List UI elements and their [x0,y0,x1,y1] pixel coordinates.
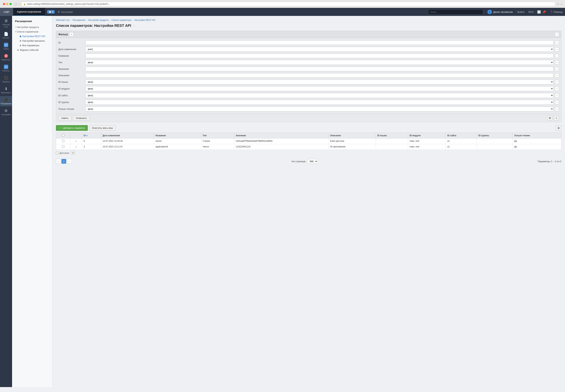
table-settings-button[interactable]: ⚙ [556,125,561,131]
filter-select-readonly[interactable]: (все) Да Нет [85,107,553,112]
filter-select-module[interactable]: (все) main rest [85,86,553,91]
tree-item-event-log[interactable]: Журнал событий [12,48,52,52]
filter-row-name: Название − [56,53,561,59]
filter-remove-id-button[interactable]: − [555,41,559,45]
breadcrumb-rest-api[interactable]: Настройки REST API [134,19,155,21]
language-selector[interactable]: RU ▾ [527,8,535,16]
layout-icon[interactable]: ⬜ [537,10,541,14]
filter-remove-site-button[interactable]: − [555,94,559,98]
breadcrumb-extensions[interactable]: Расширения [73,19,85,21]
new-tab-icon[interactable]: + [557,2,559,5]
tree-item-shop-settings[interactable]: Настройки магазина [12,39,52,43]
nav-forward-icon[interactable]: › [19,2,20,6]
col-header-id[interactable]: ID ▾ [82,133,101,139]
url-bar[interactable]: 🔒 native.settings:8890/bitrix/admin/nati… [21,2,555,6]
filter-remove-module-button[interactable]: − [555,87,559,91]
sidebar-item-extensions[interactable]: ⬛ Расширения [0,96,12,106]
tree-panel-title: Расширения [12,18,52,25]
breadcrumb-param-list[interactable]: Список параметров [111,19,132,21]
next-page-button[interactable]: › [67,159,72,164]
filter-input-value[interactable] [85,67,553,71]
for-all-checkbox[interactable] [56,152,58,154]
filter-remove-readonly-button[interactable]: − [555,107,559,111]
filter-input-description[interactable] [85,73,553,78]
filter-input-id[interactable] [85,40,553,45]
sidebar-item-settings[interactable]: ⚙ Настройки [0,107,12,117]
col-header-lang[interactable]: ID языка [376,133,408,139]
col-header-value[interactable]: Значение [234,133,328,139]
col-header-date[interactable]: Дата изменения [101,133,154,139]
admin-tab[interactable]: Администрирование [13,8,45,16]
favorite-star-icon[interactable]: ☆ [133,24,135,28]
col-header-site[interactable]: ID сайта [446,133,477,139]
breadcrumb-product-settings[interactable]: Настройки продукта [88,19,109,21]
sidebar-item-desktop[interactable]: 🖥 Рабочий стол [0,17,12,29]
filter-select-lang[interactable]: (все) ru en [85,80,553,84]
select-all-checkbox[interactable] [62,134,64,137]
filter-remove-date-button[interactable]: − [555,47,559,51]
sidebar-item-marketing[interactable]: 🎯 Маркетинг [0,52,12,62]
col-header-description[interactable]: Описание [328,133,376,139]
settings-nav-item[interactable]: ⚙ Настройки [58,10,73,13]
browser-chrome: ⬜ › 🔒 native.settings:8890/bitrix/admin/… [0,0,565,8]
filter-add-row-button[interactable]: + [554,115,559,121]
filter-select-type[interactable]: (все) Строка Число Список [85,60,553,65]
pagination-bar: ‹ 1 › На странице: 500 100 50 20 Парамет… [56,158,561,165]
home-icon[interactable]: ⌂ [561,2,562,5]
close-dot[interactable] [3,3,5,5]
sidebar-item-sites[interactable]: 24 Сайты [0,41,12,52]
cancel-button[interactable]: Отменить [73,116,90,121]
filter-label-value: Значение [58,68,84,70]
logout-button[interactable]: Выйти [515,8,527,16]
pin-icon[interactable]: 📌 [542,10,546,14]
notifications-badge[interactable]: 📋 2 [47,10,55,14]
find-button[interactable]: Найти [58,116,71,121]
minimize-dot[interactable] [6,3,8,5]
add-param-button[interactable]: + + Добавить параметр [56,125,88,131]
row-checkbox-1[interactable] [62,145,64,148]
filter-settings-button[interactable]: ⚙ [547,115,552,121]
sidebar-item-content[interactable]: 📄 Контент [0,30,12,41]
tree-item-all-params[interactable]: Все параметры [12,43,52,48]
filter-add-button[interactable]: + [69,32,73,36]
per-page-select[interactable]: 500 100 50 20 [308,159,318,164]
breadcrumb-sep-3: › [110,19,110,21]
sidebar-item-marketplace[interactable]: ⬇ Marketplace [0,85,12,95]
site-tab[interactable]: Сайт [0,8,13,16]
col-header-group[interactable]: ID группы [477,133,513,139]
filter-select-date[interactable]: (нет) сегодня вчера неделя месяц [85,47,553,52]
filter-remove-value-button[interactable]: − [555,67,559,71]
close-selection-button[interactable]: ✕ [71,151,75,155]
nav-back-icon[interactable]: ⬜ [14,2,17,6]
sidebar-item-services[interactable]: ⬛ Сервисы [0,74,12,84]
filter-remove-lang-button[interactable]: − [555,80,559,84]
tree-item-rest-api[interactable]: Настройки REST API [12,34,52,39]
filter-remove-type-button[interactable]: − [555,60,559,65]
col-header-type[interactable]: Тип [201,133,234,139]
maximize-dot[interactable] [10,3,12,5]
filter-remove-name-button[interactable]: − [555,54,559,58]
clear-cache-button[interactable]: Очистить весь кеш [89,125,116,131]
prev-page-button[interactable]: ‹ [56,159,61,164]
row-menu-icon[interactable]: ≡ [75,145,77,148]
filter-remove-group-button[interactable]: − [555,100,559,104]
filter-collapse-button[interactable]: − [555,32,559,36]
col-header-module[interactable]: ID модуля [408,133,446,139]
filter-select-group[interactable]: (все) 1 2 [85,100,553,105]
filter-header: Фильтр + − [56,31,561,38]
row-checkbox-0[interactable] [62,140,64,142]
help-button[interactable]: ❓ Помощь [548,8,565,16]
sidebar-item-clients[interactable]: 24 Клиенты [0,63,12,73]
filter-select-site[interactable]: (все) s1 s2 [85,93,553,98]
col-header-readonly[interactable]: Только чтение [513,133,561,139]
search-input[interactable] [428,10,483,14]
breadcrumb-desktop[interactable]: Рабочий стол [56,19,70,21]
tree-item-param-list[interactable]: ▾ Список параметров [12,29,52,34]
tree-item-product-settings[interactable]: ▾ Настройки продукта [12,25,52,29]
col-header-name[interactable]: Название [154,133,201,139]
filter-remove-description-button[interactable]: − [555,73,559,77]
page-1-button[interactable]: 1 [61,159,66,164]
user-menu[interactable]: 👤 Денис Артамонов [485,8,515,16]
row-menu-icon[interactable]: ≡ [75,140,77,143]
filter-input-name[interactable] [85,54,553,58]
